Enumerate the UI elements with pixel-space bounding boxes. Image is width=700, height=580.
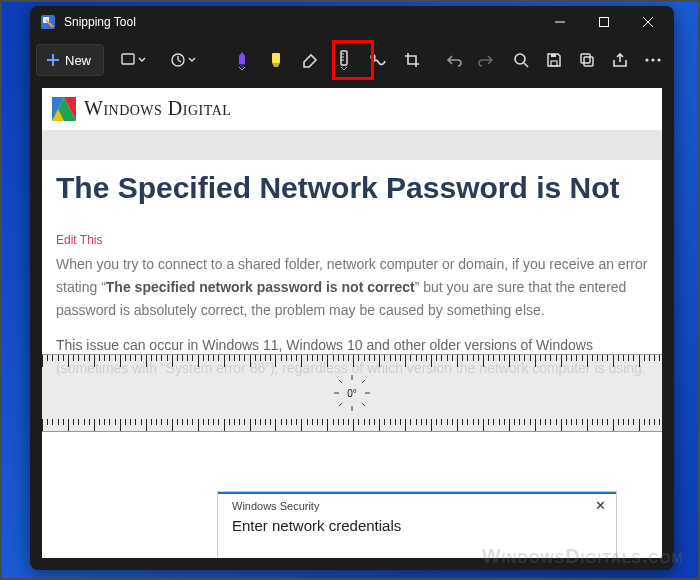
svg-rect-23 [584,57,593,66]
ruler-ticks-top [42,355,662,367]
site-brand-bar: Windows Digital [42,88,662,130]
security-dialog-close-icon[interactable]: ✕ [595,498,606,513]
canvas[interactable]: Windows Digital The Specified Network Pa… [42,88,662,558]
svg-line-11 [178,60,181,62]
save-button[interactable] [539,43,570,77]
security-dialog-title: Windows Security [232,500,319,512]
svg-point-17 [371,55,375,59]
delay-button[interactable] [163,43,203,77]
copy-button[interactable] [571,43,602,77]
svg-line-36 [362,380,365,383]
minimize-button[interactable] [538,7,582,37]
new-label: New [65,53,91,68]
svg-point-25 [651,58,654,61]
snipping-tool-window: Snipping Tool New [30,6,674,570]
eraser-tool-button[interactable] [293,43,327,77]
svg-line-19 [524,63,528,67]
highlighter-tool-button[interactable] [259,43,293,77]
svg-point-24 [645,58,648,61]
snip-mode-button[interactable] [113,43,153,77]
article-paragraph-1: When you try to connect to a shared fold… [56,253,648,322]
svg-point-18 [515,54,525,64]
ruler-compass: 0° [332,373,372,413]
svg-line-37 [339,403,342,406]
zoom-button[interactable] [506,43,537,77]
pen-tool-button[interactable] [225,43,259,77]
redo-button[interactable] [471,43,502,77]
brand-logo-icon [52,97,76,121]
ruler-tool-button[interactable] [327,43,361,77]
share-button[interactable] [604,43,635,77]
undo-button[interactable] [438,43,469,77]
window-title: Snipping Tool [64,15,136,29]
toolbar: New [30,38,674,82]
svg-rect-21 [551,54,556,57]
svg-rect-3 [600,18,609,27]
article-heading: The Specified Network Password is Not [56,168,648,207]
svg-rect-22 [581,54,590,63]
svg-rect-12 [272,53,280,63]
svg-point-26 [657,58,660,61]
crop-button[interactable] [395,43,429,77]
ruler-overlay[interactable]: 0° [42,354,662,432]
close-button[interactable] [626,7,670,37]
new-snip-button[interactable]: New [36,44,104,76]
svg-rect-8 [122,54,134,64]
edit-link[interactable]: Edit This [56,233,648,247]
app-icon [40,14,56,30]
svg-line-35 [339,380,342,383]
ruler-ticks-bottom [42,419,662,431]
svg-line-38 [362,403,365,406]
more-button[interactable] [637,43,668,77]
spacer-strip [42,130,662,160]
security-dialog-body: Enter network credentials [218,513,616,534]
svg-rect-13 [341,51,347,65]
maximize-button[interactable] [582,7,626,37]
titlebar: Snipping Tool [30,6,674,38]
windows-security-dialog: Windows Security ✕ Enter network credent… [218,492,616,558]
touch-writing-button[interactable] [361,43,395,77]
ruler-angle-label: 0° [347,388,357,399]
brand-name: Windows Digital [84,97,231,120]
